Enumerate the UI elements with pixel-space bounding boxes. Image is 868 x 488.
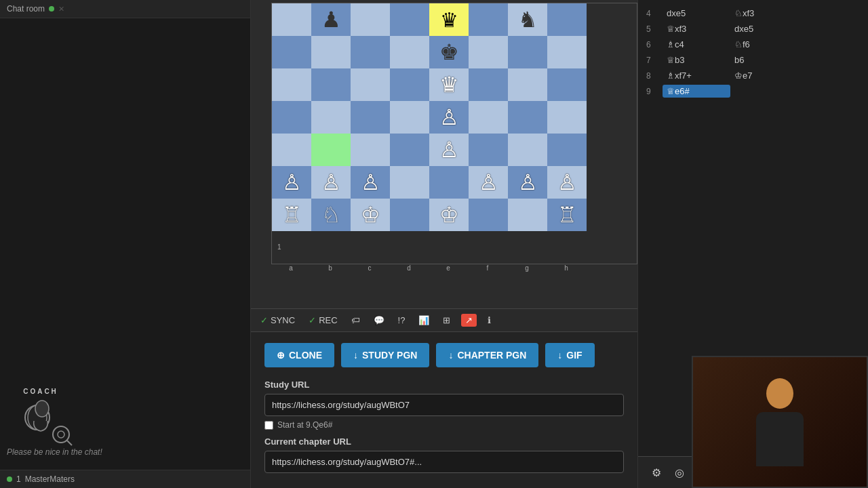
square-e8[interactable]: ♛ — [429, 3, 469, 36]
square-d7[interactable] — [390, 36, 429, 68]
gif-button[interactable]: ↓ GIF — [545, 343, 594, 367]
move-white-4[interactable]: dxe5 — [663, 7, 730, 20]
square-a7[interactable] — [272, 36, 311, 68]
square-f5[interactable] — [469, 101, 508, 134]
square-c4[interactable] — [351, 134, 390, 166]
sync-button[interactable]: ✓ SYNC — [258, 313, 298, 327]
square-e4[interactable]: ♙ — [429, 134, 469, 166]
exclaim-button[interactable]: !? — [395, 313, 408, 327]
chapter-url-input[interactable] — [264, 451, 624, 473]
chat-close[interactable]: ✕ — [58, 5, 64, 14]
square-c2[interactable]: ♔ — [351, 199, 390, 231]
square-g5[interactable] — [508, 101, 547, 134]
square-f2[interactable] — [469, 199, 508, 231]
move-black-4[interactable]: ♘xf3 — [730, 7, 798, 20]
clone-button[interactable]: ⊕ CLONE — [264, 343, 334, 367]
square-b2[interactable]: ♘ — [311, 199, 351, 231]
gif-label: GIF — [566, 350, 582, 361]
chapter-pgn-button[interactable]: ↓ CHAPTER PGN — [436, 343, 538, 367]
square-d4[interactable] — [390, 134, 429, 166]
study-url-input[interactable] — [264, 394, 624, 416]
rec-button[interactable]: ✓ REC — [306, 313, 340, 327]
move-white-6[interactable]: ♗c4 — [663, 38, 730, 51]
square-b5[interactable] — [311, 101, 351, 134]
board-settings-button[interactable]: ⚙ — [646, 464, 667, 482]
move-black-8[interactable]: ♔e7 — [730, 69, 798, 82]
square-f3[interactable]: ♙ — [469, 166, 508, 199]
square-g6[interactable] — [508, 68, 547, 101]
move-black-6[interactable]: ♘f6 — [730, 38, 798, 51]
start-at-checkbox[interactable] — [264, 421, 273, 430]
table-row: 7 ♕b3 b6 — [644, 52, 863, 68]
table-row: 9 ♕e6# — [644, 83, 863, 99]
share-button[interactable]: ↗ — [461, 314, 477, 327]
move-white-5[interactable]: ♕xf3 — [663, 22, 730, 35]
move-white-7[interactable]: ♕b3 — [663, 54, 730, 66]
share-buttons-row: ⊕ CLONE ↓ STUDY PGN ↓ CHAPTER PGN ↓ GIF — [264, 343, 624, 367]
chess-board[interactable]: ♟ ♛ ♞ ♚ ♛ — [271, 3, 637, 264]
square-h3[interactable]: ♙ — [547, 166, 587, 199]
square-d3[interactable] — [390, 166, 429, 199]
square-e3[interactable] — [429, 166, 469, 199]
chat-header: Chat room ✕ — [0, 0, 250, 18]
square-h8[interactable] — [547, 3, 587, 36]
square-c5[interactable] — [351, 101, 390, 134]
square-h4[interactable] — [547, 134, 587, 166]
move-black-5[interactable]: dxe5 — [730, 22, 798, 35]
square-f8[interactable] — [469, 3, 508, 36]
move-white-9[interactable]: ♕e6# — [663, 85, 730, 98]
square-a8[interactable] — [272, 3, 311, 36]
chart-button[interactable]: 📊 — [416, 313, 432, 327]
square-b8[interactable]: ♟ — [311, 3, 351, 36]
move-black-7[interactable]: b6 — [730, 54, 798, 66]
square-g3[interactable]: ♙ — [508, 166, 547, 199]
board-container: 8 7 6 5 4 3 2 1 ♟ ♛ ♞ — [251, 0, 637, 308]
square-a2[interactable]: ♖ — [272, 199, 311, 231]
square-h5[interactable] — [547, 101, 587, 134]
square-g2[interactable] — [508, 199, 547, 231]
square-e6[interactable]: ♛ — [429, 68, 469, 101]
square-d2[interactable] — [390, 199, 429, 231]
comment-button[interactable]: 💬 — [371, 313, 387, 327]
square-a4[interactable] — [272, 134, 311, 166]
square-h6[interactable] — [547, 68, 587, 101]
file-labels: a b c d e f g h — [271, 264, 586, 272]
square-g7[interactable] — [508, 36, 547, 68]
tag-button[interactable]: 🏷 — [349, 313, 363, 327]
study-pgn-button[interactable]: ↓ STUDY PGN — [341, 343, 429, 367]
svg-point-6 — [58, 431, 64, 438]
svg-point-3 — [35, 401, 49, 417]
square-c8[interactable] — [351, 3, 390, 36]
clone-icon: ⊕ — [277, 350, 285, 361]
square-b3[interactable]: ♙ — [311, 166, 351, 199]
square-f7[interactable] — [469, 36, 508, 68]
move-white-8[interactable]: ♗xf7+ — [663, 69, 730, 82]
username: MasterMaters — [25, 474, 75, 484]
grid-button[interactable]: ⊞ — [440, 313, 453, 327]
square-b6[interactable] — [311, 68, 351, 101]
square-f4[interactable] — [469, 134, 508, 166]
square-e2[interactable]: ♔ — [429, 199, 469, 231]
square-e7[interactable]: ♚ — [429, 36, 469, 68]
square-a5[interactable] — [272, 101, 311, 134]
square-c6[interactable] — [351, 68, 390, 101]
square-g8[interactable]: ♞ — [508, 3, 547, 36]
square-a6[interactable] — [272, 68, 311, 101]
info-button[interactable]: ℹ — [485, 313, 494, 327]
square-d8[interactable] — [390, 3, 429, 36]
center-panel: 8 7 6 5 4 3 2 1 ♟ ♛ ♞ — [251, 0, 637, 488]
square-g4[interactable] — [508, 134, 547, 166]
square-h2[interactable]: ♖ — [547, 199, 587, 231]
square-a3[interactable]: ♙ — [272, 166, 311, 199]
webcam-overlay — [692, 356, 868, 488]
square-b4[interactable] — [311, 134, 351, 166]
square-e5[interactable]: ♙ — [429, 101, 469, 134]
square-c7[interactable] — [351, 36, 390, 68]
square-c3[interactable]: ♙ — [351, 166, 390, 199]
square-d6[interactable] — [390, 68, 429, 101]
square-b7[interactable] — [311, 36, 351, 68]
analysis-button[interactable]: ◎ — [669, 464, 690, 482]
square-f6[interactable] — [469, 68, 508, 101]
square-d5[interactable] — [390, 101, 429, 134]
square-h7[interactable] — [547, 36, 587, 68]
